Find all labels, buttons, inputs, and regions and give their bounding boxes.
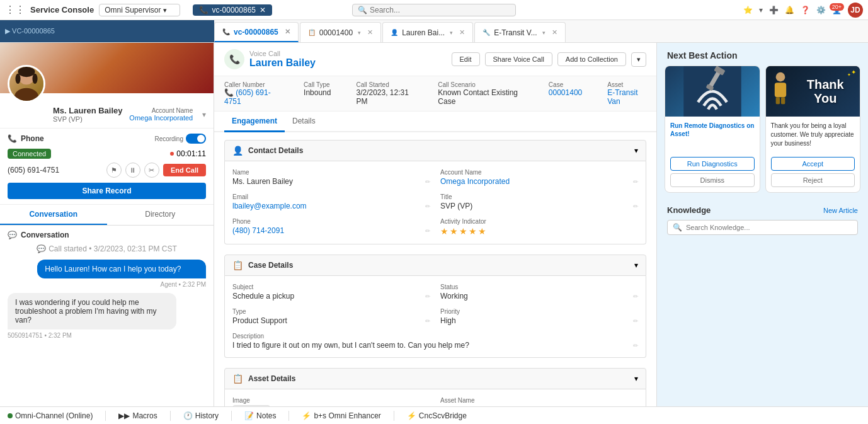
priority-edit-icon[interactable]: ✏ (633, 318, 638, 324)
contact-details-body: Name Ms. Lauren Bailey ✏ Account Name Om… (224, 161, 646, 244)
case-section-icon: 📋 (232, 260, 243, 270)
account-edit-icon[interactable]: ✏ (633, 178, 638, 185)
tab-conversation[interactable]: Conversation (0, 205, 107, 225)
type-edit-icon[interactable]: ✏ (425, 318, 430, 324)
contact-section-chevron[interactable]: ▾ (634, 146, 638, 155)
tab-vc-00000865[interactable]: 📞 vc-00000865 ✕ (214, 22, 299, 42)
contact-section-icon: 👤 (232, 146, 243, 156)
bridge-item[interactable]: ⚡ CncScvBridge (407, 411, 467, 420)
star-icon[interactable]: ⭐ (743, 6, 753, 14)
contact-account-link[interactable]: Omega Incorporated (129, 114, 193, 122)
email-edit-icon[interactable]: ✏ (425, 203, 430, 210)
tab-close-1[interactable]: ✕ (367, 28, 373, 37)
caller-phone-number: (605) 691-4751 (8, 166, 59, 175)
contact-dropdown-icon[interactable]: ▾ (202, 110, 206, 119)
vc-close[interactable]: ✕ (260, 6, 266, 14)
tab-dropdown-2[interactable]: ▾ (450, 30, 453, 36)
asset-name-edit[interactable]: ✏ (633, 406, 638, 407)
tab-details[interactable]: Details (285, 112, 323, 132)
middle-panel: 📞 Voice Call Lauren Bailey Edit Share Vo… (214, 43, 657, 406)
recording-label: Recording (154, 135, 183, 142)
tab-close-2[interactable]: ✕ (459, 28, 465, 37)
macros-item[interactable]: ▶▶ Macros (118, 411, 157, 420)
asset-details-header[interactable]: 📋 Asset Details ▾ (224, 368, 646, 389)
phone-edit-icon[interactable]: ✏ (425, 227, 430, 234)
svg-point-3 (18, 67, 35, 77)
share-voice-call-button[interactable]: Share Voice Call (485, 52, 552, 66)
hold-btn[interactable]: ⏸ (125, 163, 140, 178)
contact-details-header[interactable]: 👤 Contact Details ▾ (224, 140, 646, 161)
chat-meta-agent: Agent • 2:32 PM (8, 281, 206, 288)
asset-link[interactable]: E-Transit Van (607, 88, 637, 106)
title-edit-icon[interactable]: ✏ (633, 203, 638, 210)
call-meta-bar: Caller Number 📞 (605) 691-4751 Call Type… (214, 76, 656, 112)
flag-btn[interactable]: ⚑ (106, 163, 122, 178)
add-tab-icon[interactable]: ➕ (769, 6, 779, 14)
contact-phone-link[interactable]: (480) 714-2091 (232, 226, 284, 235)
tab-directory[interactable]: Directory (107, 205, 214, 225)
new-article-link[interactable]: New Article (823, 207, 858, 214)
knowledge-search-input[interactable] (686, 224, 852, 231)
case-section-chevron[interactable]: ▾ (634, 261, 638, 270)
knowledge-title: Knowledge (667, 205, 711, 215)
case-details-header[interactable]: 📋 Case Details ▾ (224, 255, 646, 276)
end-call-button[interactable]: End Call (163, 164, 206, 176)
search-input[interactable] (370, 6, 508, 14)
history-icon: 🕐 (183, 411, 193, 420)
help-icon[interactable]: ❓ (801, 6, 810, 14)
supervisor-dropdown[interactable]: Omni Supervisor ▾ (99, 4, 180, 16)
call-timer: 00:01:11 (170, 149, 206, 158)
enhancer-item[interactable]: ⚡ b+s Omni Enhancer (302, 411, 380, 420)
tab-close-3[interactable]: ✕ (552, 28, 557, 37)
edit-button[interactable]: Edit (452, 52, 480, 66)
case-details-card: 📋 Case Details ▾ Subject Schedule a pick… (224, 255, 646, 358)
meta-asset: Asset E-Transit Van (607, 81, 646, 106)
reject-button[interactable]: Reject (771, 173, 855, 187)
run-diagnostics-button[interactable]: Run Diagnostics (670, 157, 755, 171)
omni-channel-item[interactable]: Omni-Channel (Online) (8, 411, 93, 420)
share-record-button[interactable]: Share Record (8, 183, 206, 199)
email-link[interactable]: lbailey@example.com (232, 202, 307, 210)
phone-section: 📞 Phone Recording Connected 00:01:11 (0, 129, 214, 205)
grid-icon[interactable]: ⋮⋮ (5, 4, 25, 16)
dismiss-button[interactable]: Dismiss (670, 173, 755, 187)
accept-button[interactable]: Accept (771, 157, 855, 171)
more-actions-button[interactable]: ▾ (631, 52, 646, 67)
case-details-header-left: 📋 Case Details (232, 260, 293, 270)
account-link[interactable]: Omega Incorporated (440, 177, 510, 186)
field-subject: Subject Schedule a pickup ✏ (232, 284, 430, 301)
tab-dropdown-1[interactable]: ▾ (358, 30, 361, 36)
merge-btn[interactable]: ✂ (144, 163, 159, 178)
tab-etransit[interactable]: 🔧 E-Transit V... ▾ ✕ (474, 22, 565, 42)
status-edit-icon[interactable]: ✏ (633, 293, 638, 300)
phone-icon: 📞 (8, 134, 17, 143)
desc-edit-icon[interactable]: ✏ (633, 342, 638, 349)
add-to-collection-button[interactable]: Add to Collection (557, 52, 626, 66)
tab-engagement[interactable]: Engagement (224, 112, 285, 132)
tab-00001400[interactable]: 📋 00001400 ▾ ✕ (300, 22, 381, 42)
chat-meta-user: 5050914751 • 2:32 PM (8, 332, 206, 339)
subject-edit-icon[interactable]: ✏ (425, 293, 430, 300)
tab-dropdown-3[interactable]: ▾ (542, 30, 545, 36)
case-link[interactable]: 00001400 (549, 88, 582, 97)
asset-section-chevron[interactable]: ▾ (634, 374, 638, 383)
vc-phone-icon: 📞 (199, 6, 208, 14)
bookmark-icon[interactable]: ▾ (759, 6, 763, 14)
avatar[interactable]: JD (848, 3, 863, 18)
name-edit-icon[interactable]: ✏ (425, 178, 430, 185)
recording-switch[interactable] (186, 134, 206, 144)
vc-tab-pill[interactable]: 📞 vc-00000865 ✕ (193, 4, 272, 16)
voice-call-contact-name[interactable]: Lauren Bailey (249, 57, 316, 69)
tab-lauren[interactable]: 👤 Lauren Bai... ▾ ✕ (382, 22, 473, 42)
online-dot (8, 413, 13, 418)
search-bar: 🔍 (352, 4, 516, 16)
tab-close-vc[interactable]: ✕ (285, 28, 290, 36)
info-icon: 💬 (37, 244, 46, 253)
notification-wrapper[interactable]: 👤 20+ (832, 6, 842, 14)
gear-icon[interactable]: ⚙️ (816, 6, 826, 14)
contact-role: SVP (VP) (53, 115, 123, 123)
notes-item[interactable]: 📝 Notes (244, 411, 276, 420)
enhancer-icon: ⚡ (302, 411, 311, 420)
bell-icon[interactable]: 🔔 (785, 6, 794, 14)
history-item[interactable]: 🕐 History (183, 411, 219, 420)
